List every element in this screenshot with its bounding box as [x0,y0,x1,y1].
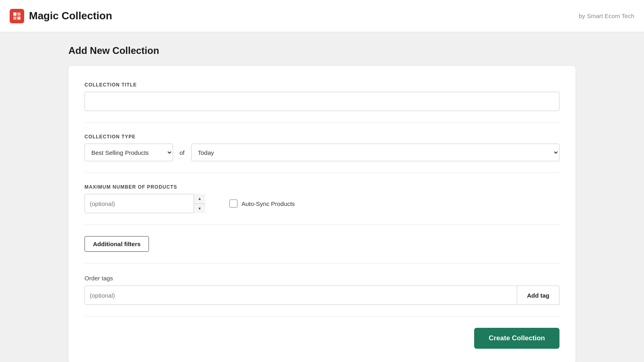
svg-rect-1 [17,12,21,16]
collection-type-label: COLLECTION TYPE [85,134,559,140]
order-tags-input[interactable] [85,286,517,305]
autosync-row: Auto-Sync Products [229,200,295,208]
header: Magic Collection by Smart Ecom Tech [0,0,644,32]
collection-type-select[interactable]: Best Selling Products New Products Top R… [85,144,173,161]
of-label: of [178,149,186,156]
svg-rect-3 [17,16,21,20]
additional-filters-section: Additional filters [85,236,559,263]
collection-type-section: COLLECTION TYPE Best Selling Products Ne… [85,134,559,173]
create-collection-button[interactable]: Create Collection [474,328,559,349]
max-products-input[interactable] [85,194,205,213]
app-title: Magic Collection [29,10,112,22]
max-products-input-wrapper: ▲ ▼ [85,194,205,213]
spinner-up-button[interactable]: ▲ [194,194,205,204]
svg-rect-2 [13,16,17,20]
max-products-row: ▲ ▼ Auto-Sync Products [85,194,559,213]
additional-filters-button[interactable]: Additional filters [85,236,149,252]
collection-type-row: Best Selling Products New Products Top R… [85,144,559,161]
collection-title-section: COLLECTION TITLE [85,82,559,123]
byline: by Smart Ecom Tech [579,12,634,19]
form-card: COLLECTION TITLE COLLECTION TYPE Best Se… [68,66,576,362]
spinner-buttons: ▲ ▼ [194,194,205,213]
order-tags-label: Order tags [85,275,559,282]
order-tags-row: Add tag [85,286,559,305]
form-footer: Create Collection [85,328,559,349]
order-tags-section: Order tags Add tag [85,275,559,317]
collection-title-input[interactable] [85,92,559,111]
collection-title-label: COLLECTION TITLE [85,82,559,88]
svg-rect-0 [13,12,17,16]
logo-icon [10,9,24,23]
spinner-down-button[interactable]: ▼ [194,204,205,214]
page-title: Add New Collection [68,45,576,56]
autosync-checkbox[interactable] [229,200,237,208]
period-select[interactable]: Today Last 7 Days Last 30 Days Last 90 D… [191,144,559,161]
main-content: Add New Collection COLLECTION TITLE COLL… [0,32,644,362]
max-products-section: MAXIMUM NUMBER OF PRODUCTS ▲ ▼ Auto-Sync… [85,184,559,225]
add-tag-button[interactable]: Add tag [517,286,559,305]
header-left: Magic Collection [10,9,112,23]
autosync-label: Auto-Sync Products [242,200,295,207]
max-products-label: MAXIMUM NUMBER OF PRODUCTS [85,184,559,190]
